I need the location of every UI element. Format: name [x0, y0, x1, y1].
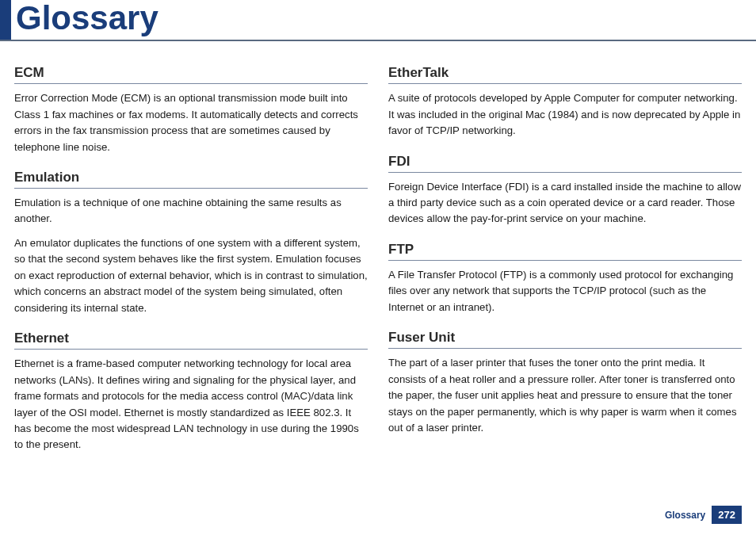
definition-paragraph: Ethernet is a frame-based computer netwo… — [14, 356, 368, 453]
glossary-term: EtherTalk — [388, 65, 742, 84]
glossary-definition: Emulation is a technique of one machine … — [14, 195, 368, 316]
glossary-term: ECM — [14, 65, 368, 84]
glossary-term: Ethernet — [14, 331, 368, 350]
glossary-entry: Emulation Emulation is a technique of on… — [14, 170, 368, 316]
glossary-definition: A File Transfer Protocol (FTP) is a comm… — [388, 267, 742, 315]
glossary-term: FTP — [388, 242, 742, 261]
definition-paragraph: Foreign Device Interface (FDI) is a card… — [388, 179, 742, 227]
definition-paragraph: A File Transfer Protocol (FTP) is a comm… — [388, 267, 742, 315]
glossary-entry: ECM Error Correction Mode (ECM) is an op… — [14, 65, 368, 155]
definition-paragraph: Emulation is a technique of one machine … — [14, 195, 368, 227]
content-area: ECM Error Correction Mode (ECM) is an op… — [0, 57, 756, 468]
glossary-entry: Ethernet Ethernet is a frame-based compu… — [14, 331, 368, 453]
page-footer: Glossary 272 — [665, 506, 742, 524]
glossary-definition: Error Correction Mode (ECM) is an option… — [14, 90, 368, 155]
definition-paragraph: An emulator duplicates the functions of … — [14, 235, 368, 316]
definition-paragraph: The part of a laser printer that fuses t… — [388, 355, 742, 436]
glossary-term: Fuser Unit — [388, 330, 742, 349]
glossary-definition: A suite of protocols developed by Apple … — [388, 90, 742, 139]
glossary-term: FDI — [388, 154, 742, 173]
definition-paragraph: Error Correction Mode (ECM) is an option… — [14, 90, 368, 155]
glossary-entry: FTP A File Transfer Protocol (FTP) is a … — [388, 242, 742, 315]
footer-page-number: 272 — [712, 506, 742, 524]
glossary-definition: Foreign Device Interface (FDI) is a card… — [388, 179, 742, 227]
glossary-definition: The part of a laser printer that fuses t… — [388, 355, 742, 436]
glossary-term: Emulation — [14, 170, 368, 189]
definition-paragraph: A suite of protocols developed by Apple … — [388, 90, 742, 139]
right-column: EtherTalk A suite of protocols developed… — [388, 65, 742, 468]
footer-section-label: Glossary — [665, 510, 705, 521]
glossary-definition: Ethernet is a frame-based computer netwo… — [14, 356, 368, 453]
page-title: Glossary — [11, 0, 158, 40]
page-header: Glossary — [0, 0, 756, 41]
glossary-entry: Fuser Unit The part of a laser printer t… — [388, 330, 742, 436]
glossary-entry: EtherTalk A suite of protocols developed… — [388, 65, 742, 139]
header-accent-bar — [0, 0, 11, 40]
left-column: ECM Error Correction Mode (ECM) is an op… — [14, 65, 368, 468]
glossary-entry: FDI Foreign Device Interface (FDI) is a … — [388, 154, 742, 227]
